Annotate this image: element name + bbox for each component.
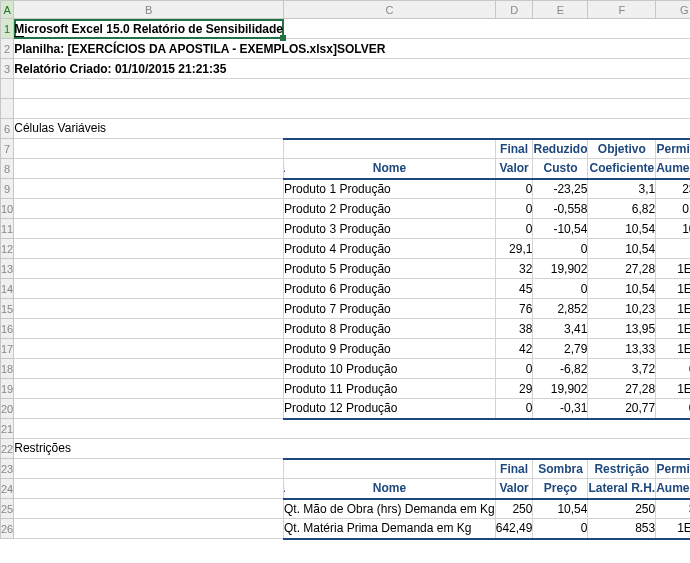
var-aumentar[interactable]: 1E+30 xyxy=(656,379,690,399)
col-hdr-F[interactable]: F xyxy=(588,1,656,19)
var-coef[interactable]: 10,54 xyxy=(588,239,656,259)
var-coef[interactable]: 20,77 xyxy=(588,399,656,419)
row-hdr[interactable]: 18 xyxy=(1,359,14,379)
con-aumentar[interactable]: 1E+30 xyxy=(656,519,690,539)
con-nome[interactable]: $B$17Qt. Matéria Prima Demanda em Kg xyxy=(284,519,496,539)
col-hdr-D[interactable]: D xyxy=(495,1,533,19)
var-nome[interactable]: $C$2Produto 1 Produção xyxy=(284,179,496,199)
var-aumentar[interactable]: 10,54 xyxy=(656,219,690,239)
var-aumentar[interactable]: 6,82 xyxy=(656,359,690,379)
var-nome[interactable]: $C$3Produto 2 Produção xyxy=(284,199,496,219)
row-hdr[interactable]: 17 xyxy=(1,339,14,359)
row-hdr[interactable]: 22 xyxy=(1,439,14,459)
row-hdr[interactable]: 23 xyxy=(1,459,14,479)
var-aumentar[interactable]: 23,25 xyxy=(656,179,690,199)
var-valor[interactable]: 45 xyxy=(495,279,533,299)
var-coef[interactable]: 13,33 xyxy=(588,339,656,359)
row-hdr[interactable]: 19 xyxy=(1,379,14,399)
spreadsheet-grid[interactable]: A B C D E F G H 1 Microsoft Excel 15.0 R… xyxy=(0,0,690,540)
var-aumentar[interactable]: 1E+30 xyxy=(656,259,690,279)
var-aumentar[interactable]: 1E+30 xyxy=(656,279,690,299)
worksheet-name[interactable]: Planilha: [EXERCÍCIOS DA APOSTILA - EXEM… xyxy=(14,39,690,59)
var-custo[interactable]: 3,41 xyxy=(533,319,588,339)
row-hdr[interactable]: 15 xyxy=(1,299,14,319)
var-valor[interactable]: 42 xyxy=(495,339,533,359)
var-custo[interactable]: 2,852 xyxy=(533,299,588,319)
var-valor[interactable]: 0 xyxy=(495,359,533,379)
var-valor[interactable]: 0 xyxy=(495,199,533,219)
row-hdr[interactable]: 24 xyxy=(1,479,14,499)
var-aumentar[interactable]: 1E+30 xyxy=(656,319,690,339)
col-hdr-E[interactable]: E xyxy=(533,1,588,19)
row-hdr[interactable]: 12 xyxy=(1,239,14,259)
var-nome[interactable]: $C$6Produto 5 Produção xyxy=(284,259,496,279)
row-hdr[interactable]: 8 xyxy=(1,159,14,179)
var-coef[interactable]: 10,23 xyxy=(588,299,656,319)
var-nome[interactable]: $C$7Produto 6 Produção xyxy=(284,279,496,299)
report-title[interactable] xyxy=(284,19,690,39)
var-nome[interactable]: $C$9Produto 8 Produção xyxy=(284,319,496,339)
con-rh[interactable]: 853 xyxy=(588,519,656,539)
var-nome[interactable]: $C$12Produto 11 Produção xyxy=(284,379,496,399)
var-custo[interactable]: -6,82 xyxy=(533,359,588,379)
var-valor[interactable]: 38 xyxy=(495,319,533,339)
var-aumentar[interactable]: 1E+30 xyxy=(656,339,690,359)
col-hdr-B[interactable]: B xyxy=(14,1,284,19)
var-custo[interactable]: -23,25 xyxy=(533,179,588,199)
var-custo[interactable]: 2,79 xyxy=(533,339,588,359)
var-coef[interactable]: 6,82 xyxy=(588,199,656,219)
var-coef[interactable]: 3,72 xyxy=(588,359,656,379)
col-hdr-G[interactable]: G xyxy=(656,1,690,19)
var-coef[interactable]: 10,54 xyxy=(588,279,656,299)
var-nome[interactable]: $C$8Produto 7 Produção xyxy=(284,299,496,319)
row-hdr[interactable]: 14 xyxy=(1,279,14,299)
var-custo[interactable]: -0,558 xyxy=(533,199,588,219)
var-coef[interactable]: 10,54 xyxy=(588,219,656,239)
con-aumentar[interactable]: 34,9 xyxy=(656,499,690,519)
var-custo[interactable]: 19,902 xyxy=(533,379,588,399)
row-hdr[interactable]: 21 xyxy=(1,419,14,439)
var-valor[interactable]: 0 xyxy=(495,399,533,419)
var-aumentar[interactable]: 0,558 xyxy=(656,199,690,219)
row-hdr[interactable]: 7 xyxy=(1,139,14,159)
var-valor[interactable]: 29,1 xyxy=(495,239,533,259)
cell-A1[interactable]: Microsoft Excel 15.0 Relatório de Sensib… xyxy=(14,19,284,39)
row-hdr[interactable]: 11 xyxy=(1,219,14,239)
row-hdr[interactable]: 10 xyxy=(1,199,14,219)
var-coef[interactable]: 13,95 xyxy=(588,319,656,339)
row-hdr[interactable]: 20 xyxy=(1,399,14,419)
var-coef[interactable]: 3,1 xyxy=(588,179,656,199)
row-hdr[interactable]: 1 xyxy=(1,19,14,39)
var-custo[interactable]: -0,31 xyxy=(533,399,588,419)
var-custo[interactable]: 0 xyxy=(533,279,588,299)
con-preco[interactable]: 0 xyxy=(533,519,588,539)
con-preco[interactable]: 10,54 xyxy=(533,499,588,519)
con-nome[interactable]: $B$16Qt. Mão de Obra (hrs) Demanda em Kg xyxy=(284,499,496,519)
col-hdr-A[interactable]: A xyxy=(1,1,14,19)
var-aumentar[interactable]: 0,31 xyxy=(656,399,690,419)
row-hdr[interactable]: 26 xyxy=(1,519,14,539)
var-nome[interactable]: $C$13Produto 12 Produção xyxy=(284,399,496,419)
con-rh[interactable]: 250 xyxy=(588,499,656,519)
var-coef[interactable]: 27,28 xyxy=(588,259,656,279)
column-headers[interactable]: A B C D E F G H xyxy=(1,1,691,19)
row-hdr[interactable]: 13 xyxy=(1,259,14,279)
var-nome[interactable]: $C$11Produto 10 Produção xyxy=(284,359,496,379)
row-hdr[interactable]: 16 xyxy=(1,319,14,339)
con-valor[interactable]: 642,49 xyxy=(495,519,533,539)
var-valor[interactable]: 29 xyxy=(495,379,533,399)
report-created[interactable]: Relatório Criado: 01/10/2015 21:21:35 xyxy=(14,59,690,79)
var-nome[interactable]: $C$4Produto 3 Produção xyxy=(284,219,496,239)
var-valor[interactable]: 76 xyxy=(495,299,533,319)
var-nome[interactable]: $C$10Produto 9 Produção xyxy=(284,339,496,359)
var-valor[interactable]: 0 xyxy=(495,219,533,239)
con-valor[interactable]: 250 xyxy=(495,499,533,519)
var-coef[interactable]: 27,28 xyxy=(588,379,656,399)
row-hdr[interactable]: 3 xyxy=(1,59,14,79)
var-custo[interactable]: 19,902 xyxy=(533,259,588,279)
var-custo[interactable]: -10,54 xyxy=(533,219,588,239)
row-hdr[interactable]: 25 xyxy=(1,499,14,519)
row-hdr[interactable]: 6 xyxy=(1,119,14,139)
var-custo[interactable]: 0 xyxy=(533,239,588,259)
var-aumentar[interactable]: 0 xyxy=(656,239,690,259)
